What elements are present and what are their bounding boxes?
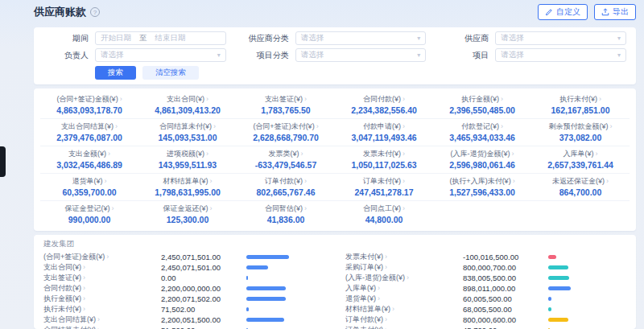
- breakdown-row[interactable]: (入库-退货)金额(¥) 838,005,500.00: [345, 273, 626, 283]
- metric-value: 2,379,476,087.00: [43, 133, 135, 142]
- breakdown-row[interactable]: 执行未付(¥) 71,502.00: [43, 304, 324, 315]
- breakdown-bar-track: [548, 297, 626, 301]
- chevron-right-icon: [383, 263, 387, 271]
- metric-label: 退货单(¥): [72, 177, 103, 185]
- supplier-category-select[interactable]: 请选择: [295, 31, 427, 45]
- export-button[interactable]: 导出: [594, 4, 636, 20]
- breakdown-bar-track: [246, 276, 324, 280]
- breakdown-row[interactable]: 支出签证(¥) 0.00: [43, 273, 324, 283]
- breakdown-row[interactable]: 退货单(¥) 60,005,500.00: [345, 294, 626, 304]
- breakdown-bar-track: [548, 318, 626, 322]
- chevron-right-icon: [383, 326, 387, 329]
- breakdown-row[interactable]: 材料结算单(¥) 68,005,500.00: [345, 304, 626, 315]
- metric-card[interactable]: 支出合同结算(¥) 2,379,476,087.00: [40, 119, 138, 146]
- project-category-field: 项目分类 请选择: [244, 48, 427, 62]
- help-icon[interactable]: ?: [90, 7, 100, 17]
- breakdown-bar: [246, 318, 284, 322]
- owner-select[interactable]: 请选择: [95, 48, 226, 62]
- breakdown-row[interactable]: 采购订单(¥) 800,000,700.00: [345, 262, 626, 273]
- breakdown-row[interactable]: 支出合同(¥) 2,450,071,501.00: [43, 262, 324, 273]
- chevron-right-icon: [597, 95, 601, 103]
- search-button[interactable]: 搜索: [95, 66, 136, 80]
- breakdown-row[interactable]: 订单付款(¥) 800,000,600.00: [345, 315, 626, 325]
- metric-value: 4,861,309,413.20: [142, 105, 233, 115]
- breakdown-row[interactable]: 执行金额(¥) 2,200,071,502.00: [43, 294, 324, 304]
- metric-card[interactable]: 入库单(¥) 2,657,339,761.44: [531, 146, 630, 174]
- metric-card[interactable]: 发票未付(¥) 1,050,117,025.63: [335, 146, 433, 174]
- chevron-right-icon: [499, 95, 503, 103]
- metrics-grid: (合同+签证)金额(¥) 4,863,093,178.70 支出合同(¥) 4,…: [40, 92, 630, 228]
- project-select[interactable]: 请选择: [495, 48, 626, 62]
- metric-card[interactable]: (合同+签证)金额(¥) 4,863,093,178.70: [40, 92, 138, 119]
- breakdown-bar-track: [548, 255, 626, 259]
- metric-label: 进项税额(¥): [167, 150, 204, 158]
- chevron-right-icon: [303, 204, 307, 212]
- chevron-right-icon: [105, 253, 109, 261]
- metric-label: 付款登记(¥): [461, 122, 499, 130]
- metric-card[interactable]: 进项税额(¥) 143,959,511.93: [138, 146, 237, 174]
- breakdown-row[interactable]: 发票未付(¥) -100,016,500.00: [345, 252, 626, 262]
- breakdown-row[interactable]: 入库单(¥) 898,011,000.00: [345, 283, 626, 294]
- breakdown-row[interactable]: (合同+签证)金额(¥) 2,450,071,501.00: [43, 252, 324, 262]
- project-category-label: 项目分类: [244, 50, 289, 61]
- period-separator: 至: [139, 33, 147, 43]
- metric-card[interactable]: 付款申请(¥) 3,047,119,493.46: [335, 119, 433, 146]
- chevron-right-icon: [510, 150, 514, 158]
- breakdown-bar: [246, 307, 249, 311]
- metric-card[interactable]: 付款登记(¥) 3,465,934,033.46: [433, 119, 531, 146]
- project-category-select[interactable]: 请选择: [295, 48, 427, 62]
- metric-value: 2,657,339,761.44: [535, 160, 626, 170]
- metric-card[interactable]: 合同付款(¥) 2,234,382,556.40: [335, 92, 433, 119]
- metric-card[interactable]: 支出金额(¥) 3,032,456,486.89: [40, 146, 138, 174]
- supplier-placeholder: 请选择: [501, 33, 524, 43]
- metric-card[interactable]: 保证金返还(¥) 125,300.00: [138, 201, 237, 228]
- breakdown-row[interactable]: 支出合同结算(¥) 2,200,051,500.00: [43, 315, 324, 325]
- breakdown-value: 2,200,071,502.00: [161, 294, 246, 303]
- breakdown-bar-track: [246, 286, 324, 290]
- metric-label: (合同+签证)未付(¥): [253, 122, 314, 130]
- metric-card[interactable]: (入库-退货)金额(¥) 2,596,980,061.46: [433, 146, 531, 174]
- metric-value: 1,798,631,995.00: [142, 187, 233, 197]
- supplier-label: 供应商: [444, 33, 489, 44]
- metric-card[interactable]: 合同暂估(¥) 41,836.00: [237, 201, 335, 228]
- breakdown-row[interactable]: 合同结算未付(¥) 51,500.00: [43, 325, 324, 329]
- metric-card[interactable]: 支出签证(¥) 1,783,765.50: [237, 92, 335, 119]
- chevron-right-icon: [114, 122, 118, 130]
- metric-card[interactable]: 未返还保证金(¥) 864,700.00: [531, 174, 630, 201]
- metric-card[interactable]: 订单付款(¥) 802,665,767.46: [237, 174, 335, 201]
- clear-search-button[interactable]: 清空搜索: [142, 66, 199, 80]
- metric-value: 2,628,668,790.70: [240, 133, 332, 142]
- metric-card[interactable]: 执行未付(¥) 162,167,851.00: [531, 92, 630, 119]
- breakdown-label: 发票未付(¥): [345, 253, 383, 261]
- metric-card[interactable]: 退货单(¥) 60,359,700.00: [40, 174, 138, 201]
- sidebar-collapse-handle[interactable]: [0, 146, 6, 177]
- breakdown-label: 订单付款(¥): [345, 315, 383, 323]
- supplier-category-label: 供应商分类: [244, 33, 289, 44]
- period-range-picker[interactable]: 开始日期 至 结束日期: [95, 31, 226, 45]
- metric-card[interactable]: 支出合同(¥) 4,861,309,413.20: [138, 92, 237, 119]
- customize-button[interactable]: 自定义: [538, 4, 588, 20]
- metric-card[interactable]: 发票类(¥) -633,479,546.57: [237, 146, 335, 174]
- breakdown-row[interactable]: 合同付款(¥) 2,200,000,000.00: [43, 283, 324, 294]
- metric-card[interactable]: (执行+入库)未付(¥) 1,527,596,433.00: [433, 174, 531, 201]
- breakdown-value: 45,700.00: [463, 326, 548, 329]
- breakdown-row[interactable]: 订单未付(¥) 45,700.00: [345, 325, 626, 329]
- top-actions: 自定义 导出: [538, 4, 636, 20]
- metric-card[interactable]: 剩余预付款金额(¥) 373,082.00: [531, 119, 630, 146]
- metric-value: 2,234,382,556.40: [338, 105, 430, 115]
- metric-card[interactable]: 保证金登记(¥) 990,000.00: [40, 201, 138, 228]
- metric-card[interactable]: (合同+签证)未付(¥) 2,628,668,790.70: [237, 119, 335, 146]
- metric-label: (入库-退货)金额(¥): [451, 150, 510, 158]
- metric-card[interactable]: 订单未付(¥) 247,451,278.17: [335, 174, 433, 201]
- breakdown-value: 2,200,051,500.00: [161, 315, 246, 324]
- supplier-group-name[interactable]: 建发集团: [43, 239, 626, 249]
- metric-card[interactable]: 执行金额(¥) 2,396,550,485.00: [433, 92, 531, 119]
- metric-label: 保证金返还(¥): [163, 204, 208, 212]
- chevron-right-icon: [212, 122, 216, 130]
- metric-card[interactable]: 材料结算单(¥) 1,798,631,995.00: [138, 174, 237, 201]
- metric-card[interactable]: 合同结算未付(¥) 145,093,531.00: [138, 119, 237, 146]
- supplier-select[interactable]: 请选择: [495, 31, 626, 45]
- chevron-right-icon: [390, 305, 394, 313]
- metric-card[interactable]: 合同点工(¥) 44,800.00: [335, 201, 433, 228]
- chevron-right-icon: [594, 150, 598, 158]
